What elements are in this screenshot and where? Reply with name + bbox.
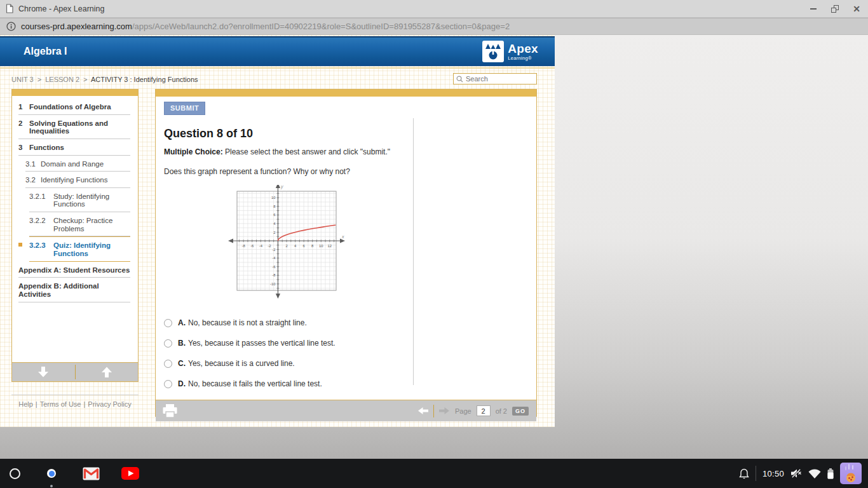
browser-viewport: Algebra I Apex Learning®	[0, 35, 868, 459]
sidebar-nav: 1Foundations of Algebra2Solving Equation…	[12, 96, 138, 362]
x-axis-label: x	[341, 234, 344, 239]
y-tick-label: 6	[273, 213, 275, 217]
sidebar-top-strip	[12, 90, 138, 96]
apex-logo: Apex Learning®	[482, 41, 538, 62]
breadcrumb-row: UNIT 3 > LESSON 2 > ACTIVITY 3 : Identif…	[0, 69, 555, 89]
sidebar-item[interactable]: Appendix A: Student Resources	[18, 262, 130, 278]
item-label: Functions	[29, 144, 64, 152]
battery-icon[interactable]	[827, 468, 834, 479]
page-count-label: of 2	[496, 407, 507, 415]
url-text[interactable]: courses-prd.apexlearning.com/apps/AceWeb…	[21, 22, 510, 31]
submit-button[interactable]: SUBMIT	[164, 102, 205, 115]
y-axis-label: y	[280, 185, 283, 189]
breadcrumb: UNIT 3 > LESSON 2 > ACTIVITY 3 : Identif…	[11, 76, 198, 83]
item-label: Checkup: Practice Problems	[53, 217, 130, 233]
footer-link[interactable]: Privacy Policy	[88, 400, 131, 408]
address-bar[interactable]: courses-prd.apexlearning.com/apps/AceWeb…	[0, 18, 868, 35]
restore-button[interactable]	[829, 3, 841, 15]
sidebar-item[interactable]: 3Functions	[18, 139, 130, 156]
search-box[interactable]	[453, 73, 537, 85]
y-tick-label: 8	[273, 205, 275, 208]
option-letter: A.	[178, 318, 188, 327]
sidebar-item[interactable]: 3.1Domain and Range	[25, 156, 130, 172]
x-tick-label: 6	[303, 244, 305, 248]
sidebar-scroller	[12, 362, 138, 381]
previous-page-button[interactable]	[417, 407, 428, 415]
document-icon	[6, 4, 13, 13]
question-type-label: Multiple Choice:	[164, 147, 223, 156]
x-tick-label: -4	[259, 244, 263, 248]
item-number: 3.2.1	[29, 193, 49, 208]
wifi-icon[interactable]	[808, 468, 821, 478]
sidebar-item[interactable]: Appendix B: Additional Activities	[18, 278, 130, 302]
search-icon	[456, 76, 463, 83]
volume-muted-icon[interactable]	[790, 468, 802, 478]
y-tick-label: -8	[272, 273, 275, 277]
answer-option[interactable]: D.No, because it fails the vertical line…	[164, 379, 536, 388]
question-area: SUBMIT Question 8 of 10 Multiple Choice:…	[156, 97, 536, 400]
radio-button[interactable]	[164, 380, 172, 388]
x-tick-label: 12	[328, 244, 332, 248]
print-button[interactable]	[162, 404, 178, 418]
radio-button[interactable]	[164, 339, 172, 348]
sidebar-item[interactable]: 3.2.2Checkup: Practice Problems	[29, 212, 130, 236]
answer-option[interactable]: B.Yes, because it passes the vertical li…	[164, 339, 536, 348]
go-button[interactable]: GO	[512, 407, 529, 416]
brand-subtitle: Learning®	[508, 56, 538, 61]
answer-option[interactable]: C.Yes, because it is a curved line.	[164, 359, 536, 368]
scroll-up-button[interactable]	[76, 363, 139, 381]
sidebar: 1Foundations of Algebra2Solving Equation…	[11, 89, 139, 382]
pizza-app-icon[interactable]	[840, 463, 862, 484]
next-page-button[interactable]	[439, 407, 450, 415]
breadcrumb-unit[interactable]: UNIT 3	[11, 76, 34, 83]
page-number-input[interactable]	[477, 405, 491, 416]
taskbar: 10:50	[0, 459, 868, 488]
item-number: 3.2.2	[29, 217, 49, 233]
youtube-app-icon[interactable]	[121, 467, 139, 480]
sidebar-item[interactable]: 2Solving Equations and Inequalities	[18, 115, 130, 139]
minimize-button[interactable]	[807, 3, 820, 15]
item-number: 1	[18, 103, 25, 111]
x-tick-label: 4	[294, 244, 297, 248]
radio-button[interactable]	[164, 360, 172, 368]
sidebar-item[interactable]: 3.2Identifying Functions	[25, 172, 130, 188]
screen: Chrome - Apex Learning ✕ courses-prd.ape…	[0, 0, 868, 488]
pagination: Page of 2 GO	[417, 405, 529, 417]
panel-footer: Page of 2 GO	[156, 400, 536, 421]
scroll-down-button[interactable]	[12, 363, 75, 381]
brand-name: Apex	[508, 43, 538, 55]
system-tray[interactable]: 10:50	[739, 463, 862, 484]
sidebar-item[interactable]: 1Foundations of Algebra	[18, 98, 130, 115]
sidebar-item[interactable]: 3.2.1Study: Identifying Functions	[29, 188, 130, 212]
search-input[interactable]	[466, 75, 529, 83]
content-panel: SUBMIT Question 8 of 10 Multiple Choice:…	[155, 89, 537, 417]
up-arrow-icon	[102, 367, 112, 377]
link-separator: |	[36, 400, 37, 408]
apex-logo-icon	[482, 41, 504, 62]
item-label: Study: Identifying Functions	[53, 193, 130, 208]
course-title: Algebra I	[24, 46, 67, 57]
footer-links: Help|Terms of Use|Privacy Policy	[11, 395, 139, 410]
item-label: Quiz: Identifying Functions	[53, 241, 130, 257]
footer-link[interactable]: Terms of Use	[40, 400, 81, 408]
y-tick-label: 2	[273, 231, 275, 234]
notification-bell-icon[interactable]	[739, 468, 749, 479]
option-letter: C.	[178, 359, 188, 368]
footer-link[interactable]: Help	[18, 400, 33, 408]
breadcrumb-lesson[interactable]: LESSON 2	[45, 76, 79, 83]
clock[interactable]: 10:50	[763, 469, 784, 478]
radio-button[interactable]	[164, 319, 172, 327]
launcher-button[interactable]	[10, 468, 20, 479]
answer-option[interactable]: A.No, because it is not a straight line.	[164, 318, 536, 327]
question-title: Question 8 of 10	[164, 126, 536, 140]
chrome-app-icon[interactable]	[42, 464, 61, 483]
down-arrow-icon	[38, 367, 48, 377]
option-text: Yes, because it passes the vertical line…	[188, 339, 336, 348]
sidebar-item[interactable]: 3.2.3Quiz: Identifying Functions	[29, 236, 130, 261]
gmail-app-icon[interactable]	[83, 467, 100, 480]
url-path: /apps/AceWeb/launch2.do?enrollmentID=409…	[132, 22, 510, 31]
option-text: No, because it fails the vertical line t…	[188, 379, 322, 388]
site-info-icon[interactable]	[6, 22, 16, 31]
function-graph: -8-6-4-224681012-10-8-6-4-2246810xy	[227, 185, 348, 303]
close-button[interactable]: ✕	[850, 3, 863, 15]
